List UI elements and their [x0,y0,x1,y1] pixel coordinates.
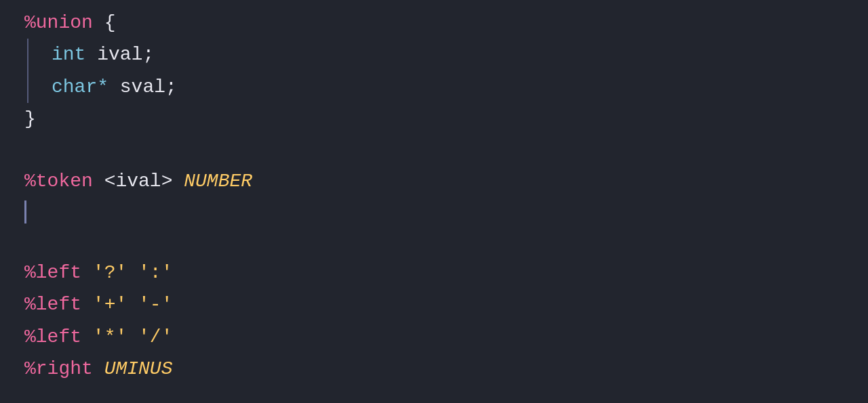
line-sval: char* sval; [52,71,868,103]
space-4 [127,290,138,319]
space-6 [127,322,138,352]
code-section: %union { int ival; char* sval; } %token … [0,7,868,385]
left-keyword-2: %left [24,290,81,319]
sval-identifier: sval; [108,72,177,102]
code-editor[interactable]: %union { int ival; char* sval; } %token … [0,0,868,403]
ival-identifier: ival; [85,40,154,69]
line-left1: %left '?' ':' [24,257,868,289]
space-5 [81,322,93,352]
slash-literal: '/' [138,322,172,352]
token-angle: <ival> [93,167,184,196]
empty-line-2 [24,227,868,257]
union-brace-close: } [24,104,36,133]
line-ival: int ival; [52,39,868,70]
union-brace-open: { [93,8,116,37]
indent-bar [27,39,28,103]
line-left2: %left '+' '-' [24,289,868,320]
union-body: int ival; char* sval; [24,39,868,103]
minus-literal: '-' [138,290,172,319]
uminus-token: UMINUS [104,354,173,383]
space-2 [127,258,138,287]
char-keyword: char* [52,72,108,102]
space-7 [93,354,104,383]
int-keyword: int [52,40,85,69]
text-cursor [24,200,26,224]
left-keyword-1: %left [24,258,81,287]
space-1 [81,258,93,287]
right-keyword: %right [24,354,93,383]
cursor-line[interactable] [24,197,868,227]
plus-literal: '+' [93,290,127,319]
line-union-open: %union { [24,7,868,39]
colon-literal: ':' [138,258,172,287]
star-literal: '*' [93,322,127,352]
line-token: %token <ival> NUMBER [24,165,868,197]
union-keyword: %union [24,8,93,37]
left-keyword-3: %left [24,322,81,352]
line-union-close: } [24,103,868,135]
token-keyword: %token [24,167,93,196]
space-3 [81,290,93,319]
qmark-literal: '?' [93,258,127,287]
line-left3: %left '*' '/' [24,321,868,353]
number-token: NUMBER [184,167,252,196]
line-right1: %right UMINUS [24,353,868,385]
empty-line-1 [24,135,868,165]
